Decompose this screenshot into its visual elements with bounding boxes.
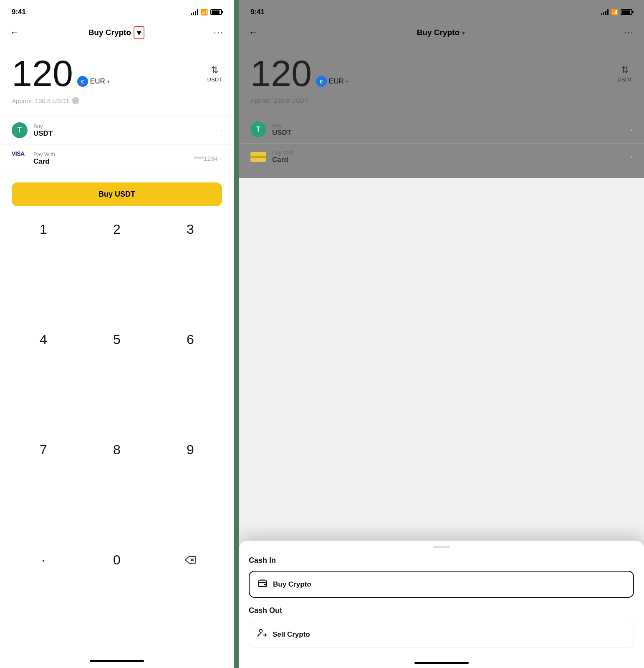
buy-crypto-sheet-item[interactable]: Buy Crypto	[249, 571, 634, 598]
numpad: 1 2 3 4 5 6 7 8 9 · 0	[0, 213, 234, 654]
numpad-key-6[interactable]: 6	[154, 323, 227, 356]
numpad-key-4[interactable]: 4	[7, 323, 80, 356]
visa-icon: VISA	[12, 150, 28, 166]
pay-with-row-right[interactable]: Pay With Card ›	[239, 143, 644, 170]
status-icons-right: 📶	[601, 9, 632, 15]
amount-section-right: 120 € EUR ▾ ⇅ USDT	[239, 45, 644, 95]
left-panel: 9:41 📶 ← Buy Crypto ▾ ··· 120	[0, 0, 234, 668]
switch-arrows-icon-right: ⇅	[621, 65, 629, 76]
title-chevron-box[interactable]: ▾	[134, 26, 144, 39]
switch-currency-button-right[interactable]: ⇅ USDT	[618, 65, 632, 83]
numpad-key-0[interactable]: 0	[80, 544, 154, 576]
signal-icon	[191, 9, 198, 15]
buy-crypto-row-right[interactable]: T Buy USDT ›	[239, 116, 644, 143]
pay-with-row[interactable]: VISA Pay With Card ****1234 ›	[0, 144, 234, 172]
currency-badge-right[interactable]: € EUR ▾	[316, 76, 349, 87]
tether-icon: T	[12, 122, 28, 138]
amount-value-left: 120	[12, 55, 73, 92]
pay-label-main-right: Card	[272, 156, 625, 164]
nav-title-left: Buy Crypto ▾	[88, 26, 144, 39]
chevron-right-icon-pay-right: ›	[631, 154, 632, 160]
status-time-right: 9:41	[250, 8, 265, 16]
numpad-key-2[interactable]: 2	[80, 213, 154, 245]
svg-point-4	[260, 630, 263, 633]
chevron-right-icon-buy-right: ›	[631, 127, 632, 133]
nav-title-right: Buy Crypto ▾	[417, 28, 465, 37]
cash-out-title: Cash Out	[239, 604, 644, 621]
back-button-right[interactable]: ←	[249, 27, 258, 38]
status-bar-right: 9:41 📶	[239, 0, 644, 22]
tether-icon-right: T	[250, 121, 266, 137]
numpad-backspace-button[interactable]	[154, 544, 227, 576]
cash-in-title: Cash In	[239, 556, 644, 571]
right-panel: 9:41 📶 ← Buy Crypto ▾ ··· 120 €	[239, 0, 644, 668]
title-text-right: Buy Crypto	[417, 28, 460, 37]
buy-crypto-sheet-label: Buy Crypto	[273, 580, 311, 589]
sell-crypto-sheet-icon	[258, 629, 267, 640]
option-rows-right: T Buy USDT › Pay With Card ›	[239, 112, 644, 178]
buy-crypto-sheet-icon	[258, 579, 267, 590]
divider	[234, 0, 236, 668]
bottom-sheet: Cash In Buy Crypto Cash Out	[239, 541, 644, 668]
more-button-left[interactable]: ···	[214, 27, 224, 38]
eur-icon: €	[77, 76, 88, 87]
nav-bar-right: ← Buy Crypto ▾ ···	[239, 22, 644, 45]
buy-label-top-right: Buy	[272, 122, 625, 129]
option-rows-left: T Buy USDT › VISA Pay With Card ****1234…	[0, 113, 234, 176]
numpad-key-dot[interactable]: ·	[7, 544, 80, 576]
buy-label-main-right: USDT	[272, 129, 625, 137]
eur-icon-right: €	[316, 76, 327, 87]
currency-chevron-icon: ▾	[107, 79, 110, 84]
buy-usdt-button[interactable]: Buy USDT	[12, 182, 222, 206]
buy-label-main: USDT	[33, 129, 215, 138]
target-currency-label: USDT	[207, 76, 222, 83]
numpad-key-7[interactable]: 7	[7, 433, 80, 466]
currency-badge-left[interactable]: € EUR ▾	[77, 76, 110, 87]
numpad-key-5[interactable]: 5	[80, 323, 154, 356]
numpad-key-9[interactable]: 9	[154, 433, 227, 466]
buy-label-top: Buy	[33, 123, 215, 129]
status-time-left: 9:41	[12, 8, 26, 16]
approx-text-right: Approx. 130.8 USDT	[239, 95, 644, 112]
approx-value-right: Approx. 130.8 USDT	[250, 97, 308, 104]
pay-label-top-right: Pay With	[272, 149, 625, 156]
sell-crypto-sheet-label: Sell Crypto	[273, 630, 310, 639]
buy-crypto-row[interactable]: T Buy USDT ›	[0, 116, 234, 144]
svg-rect-3	[264, 584, 266, 585]
chevron-right-icon-pay: ›	[220, 155, 222, 162]
switch-arrows-icon: ⇅	[211, 65, 218, 76]
status-bar-left: 9:41 📶	[0, 0, 234, 22]
more-button-right[interactable]: ···	[624, 27, 634, 38]
battery-icon	[210, 9, 222, 15]
amount-left: 120 € EUR ▾	[12, 55, 110, 92]
chevron-down-icon: ▾	[137, 28, 141, 38]
approx-value-left: Approx. 130.8 USDT	[12, 97, 69, 104]
chevron-right-icon-buy: ›	[220, 127, 222, 134]
target-currency-label-right: USDT	[618, 76, 632, 83]
card-mask-label: ****1234	[194, 155, 218, 162]
amount-left-right: 120 € EUR ▾	[250, 55, 349, 92]
sheet-handle	[433, 546, 450, 548]
wifi-icon-right: 📶	[611, 9, 618, 15]
title-chevron-right[interactable]: ▾	[462, 30, 465, 36]
wifi-icon: 📶	[201, 9, 208, 15]
approx-text-left: Approx. 130.8 USDT ···	[0, 95, 234, 113]
battery-icon-right	[621, 9, 632, 15]
pay-option-labels: Pay With Card	[33, 151, 188, 166]
numpad-key-8[interactable]: 8	[80, 433, 154, 466]
home-bar-right	[414, 662, 469, 664]
numpad-key-3[interactable]: 3	[154, 213, 227, 245]
buy-option-labels-right: Buy USDT	[272, 122, 625, 137]
pay-label-top: Pay With	[33, 151, 188, 157]
switch-currency-button[interactable]: ⇅ USDT	[207, 65, 222, 83]
back-button-left[interactable]: ←	[10, 27, 19, 38]
pay-option-labels-right: Pay With Card	[272, 149, 625, 164]
buy-row-right: ›	[220, 127, 222, 134]
currency-chevron-right: ▾	[346, 79, 349, 84]
info-icon-left[interactable]: ···	[72, 97, 79, 104]
signal-icon-right	[601, 9, 609, 15]
numpad-key-1[interactable]: 1	[7, 213, 80, 245]
title-text-left: Buy Crypto	[88, 28, 131, 37]
sell-crypto-sheet-item[interactable]: Sell Crypto	[249, 621, 634, 648]
buy-option-labels: Buy USDT	[33, 123, 215, 138]
